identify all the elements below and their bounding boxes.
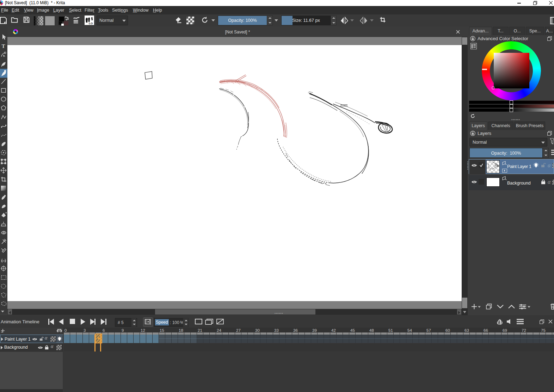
svg-text:LO: LO — [89, 22, 93, 25]
svg-text:T: T — [2, 43, 5, 49]
